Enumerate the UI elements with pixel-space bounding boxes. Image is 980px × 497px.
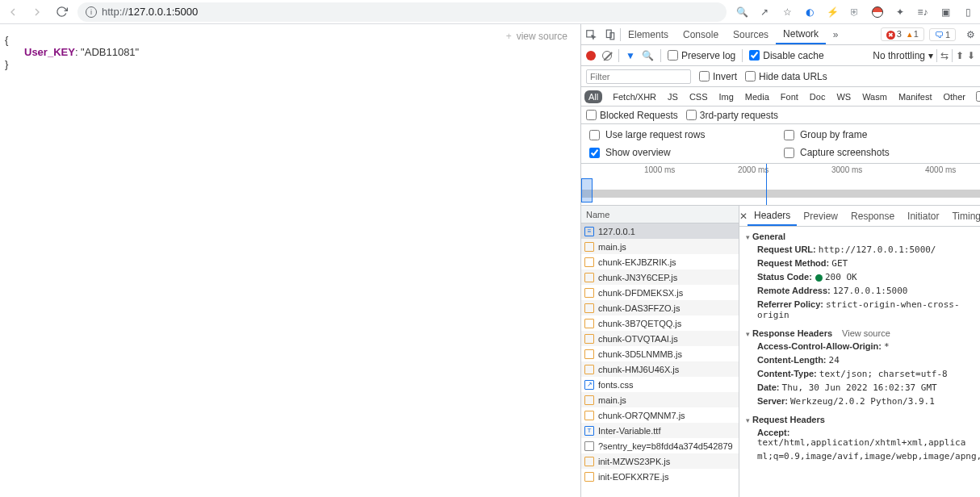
more-tabs-icon[interactable]: » bbox=[826, 29, 845, 40]
tab-preview[interactable]: Preview bbox=[797, 206, 844, 226]
request-row[interactable]: ?sentry_key=b8fdd4a374d542879 bbox=[581, 438, 739, 453]
json-key: User_KEY bbox=[24, 46, 75, 58]
settings-icon[interactable]: ⚙ bbox=[961, 29, 980, 40]
tab-timing[interactable]: Timing bbox=[945, 206, 980, 226]
filter-type-fetch[interactable]: Fetch/XHR bbox=[609, 90, 660, 103]
throttling-select[interactable]: No throttling bbox=[873, 50, 925, 61]
filter-type-media[interactable]: Media bbox=[741, 90, 773, 103]
tab-network[interactable]: Network bbox=[776, 24, 826, 44]
devtools-panel: Elements Console Sources Network » 3 1 1… bbox=[581, 24, 980, 497]
device-icon[interactable]: ▣ bbox=[938, 5, 953, 19]
filter-type-wasm[interactable]: Wasm bbox=[858, 90, 891, 103]
request-row[interactable]: main.js bbox=[581, 392, 739, 407]
request-row[interactable]: init-EOFKXR7E.js bbox=[581, 469, 739, 484]
show-overview-checkbox[interactable]: Show overview bbox=[586, 145, 781, 161]
request-row[interactable]: chunk-JN3Y6CEP.js bbox=[581, 269, 739, 285]
filter-type-manifest[interactable]: Manifest bbox=[894, 90, 936, 103]
disable-cache-checkbox[interactable]: Disable cache bbox=[749, 50, 823, 61]
download-icon[interactable]: ⬇ bbox=[967, 50, 975, 61]
filter-row: Invert Hide data URLs bbox=[581, 66, 980, 87]
filter-type-img[interactable]: Img bbox=[715, 90, 738, 103]
reload-button[interactable] bbox=[53, 4, 69, 20]
message-badge[interactable]: 1 bbox=[929, 28, 956, 41]
ext-pokeball-icon[interactable] bbox=[870, 5, 885, 19]
file-name: main.js bbox=[598, 395, 626, 405]
throttling-dropdown-icon[interactable]: ▾ bbox=[928, 50, 933, 61]
back-button[interactable] bbox=[5, 4, 21, 20]
filter-type-ws[interactable]: WS bbox=[832, 90, 855, 103]
device-toggle-icon[interactable] bbox=[601, 29, 620, 40]
filter-input[interactable] bbox=[586, 69, 691, 84]
request-row[interactable]: init-MZWS23PK.js bbox=[581, 453, 739, 469]
requests-header[interactable]: Name bbox=[581, 206, 739, 223]
zoom-icon[interactable]: 🔍 bbox=[735, 5, 749, 19]
forward-button[interactable] bbox=[29, 4, 45, 20]
request-row[interactable]: chunk-OR7QMNM7.js bbox=[581, 407, 739, 423]
ext-shield-icon[interactable]: ⛨ bbox=[848, 5, 862, 19]
group-by-frame-checkbox[interactable]: Group by frame bbox=[781, 127, 975, 143]
tab-console[interactable]: Console bbox=[676, 24, 726, 44]
request-row[interactable]: ↗fonts.css bbox=[581, 377, 739, 392]
capture-screenshots-checkbox[interactable]: Capture screenshots bbox=[781, 145, 975, 161]
request-row[interactable]: chunk-3D5LNMMB.js bbox=[581, 346, 739, 361]
preserve-log-checkbox[interactable]: Preserve log bbox=[668, 50, 735, 61]
close-details-icon[interactable]: ✕ bbox=[739, 211, 748, 222]
tab-headers[interactable]: Headers bbox=[748, 206, 797, 226]
filter-type-all[interactable]: All bbox=[584, 90, 602, 103]
record-button[interactable] bbox=[586, 51, 596, 61]
timeline-selection[interactable] bbox=[581, 178, 593, 203]
timeline-tick: 2000 ms bbox=[738, 165, 769, 174]
site-info-icon[interactable]: i bbox=[86, 6, 97, 18]
ext-blue-icon[interactable]: ◐ bbox=[802, 5, 817, 19]
profile-icon[interactable]: ▯ bbox=[961, 5, 975, 19]
tab-sources[interactable]: Sources bbox=[726, 24, 776, 44]
view-source-link[interactable]: View source bbox=[842, 328, 890, 338]
request-row[interactable]: chunk-DAS3FFZO.js bbox=[581, 300, 739, 315]
blocked-requests-checkbox[interactable]: Blocked Requests bbox=[586, 110, 678, 121]
filter-type-css[interactable]: CSS bbox=[685, 90, 712, 103]
network-timeline[interactable]: 1000 ms 2000 ms 3000 ms 4000 ms bbox=[581, 164, 980, 206]
general-kv: Referrer Policy: strict-origin-when-cros… bbox=[739, 298, 980, 322]
request-row[interactable]: main.js bbox=[581, 239, 739, 254]
resp-kv: Content-Length: 24 bbox=[739, 353, 980, 367]
filter-toggle-icon[interactable]: ▼ bbox=[626, 50, 635, 61]
extensions-icon[interactable]: ✦ bbox=[893, 5, 907, 19]
ext-lightning-icon[interactable]: ⚡ bbox=[825, 5, 840, 19]
request-row[interactable]: chunk-DFDMEKSX.js bbox=[581, 285, 739, 300]
request-row[interactable]: chunk-3B7QETQQ.js bbox=[581, 315, 739, 331]
use-large-rows-checkbox[interactable]: Use large request rows bbox=[586, 127, 781, 143]
search-icon[interactable]: 🔍 bbox=[642, 50, 654, 61]
tab-response[interactable]: Response bbox=[844, 206, 901, 226]
invert-checkbox[interactable]: Invert bbox=[699, 71, 737, 82]
hide-data-urls-checkbox[interactable]: Hide data URLs bbox=[745, 71, 827, 82]
file-name: ?sentry_key=b8fdd4a374d542879 bbox=[598, 441, 733, 451]
filter-type-font[interactable]: Font bbox=[777, 90, 802, 103]
clear-button[interactable] bbox=[602, 51, 612, 61]
has-blocked-checkbox[interactable]: Has blocked bbox=[976, 87, 980, 106]
filter-type-doc[interactable]: Doc bbox=[806, 90, 830, 103]
third-party-checkbox[interactable]: 3rd-party requests bbox=[686, 110, 778, 121]
tab-elements[interactable]: Elements bbox=[621, 24, 676, 44]
warning-count: 1 bbox=[907, 29, 919, 40]
address-bar[interactable]: i http://127.0.0.1:5000 bbox=[77, 2, 727, 22]
filter-type-other[interactable]: Other bbox=[939, 90, 970, 103]
resp-kv: Access-Control-Allow-Origin: * bbox=[739, 340, 980, 353]
bookmark-icon[interactable]: ☆ bbox=[780, 5, 794, 19]
request-row[interactable]: ≡127.0.0.1 bbox=[581, 223, 739, 239]
section-request-headers[interactable]: Request Headers bbox=[739, 413, 980, 426]
tab-initiator[interactable]: Initiator bbox=[901, 206, 945, 226]
playlist-icon[interactable]: ≡♪ bbox=[915, 5, 930, 19]
filter-type-js[interactable]: JS bbox=[664, 90, 682, 103]
issue-badges[interactable]: 3 1 bbox=[881, 27, 924, 41]
view-source-button[interactable]: view source bbox=[498, 29, 576, 44]
request-row[interactable]: TInter-Variable.ttf bbox=[581, 423, 739, 438]
share-icon[interactable]: ↗ bbox=[757, 5, 772, 19]
section-response-headers[interactable]: Response HeadersView source bbox=[739, 327, 980, 340]
upload-icon[interactable]: ⬆ bbox=[956, 50, 964, 61]
request-row[interactable]: chunk-OTVQTAAI.js bbox=[581, 331, 739, 346]
wifi-icon[interactable]: ⇆ bbox=[940, 50, 949, 61]
request-row[interactable]: chunk-HMJ6U46X.js bbox=[581, 361, 739, 377]
request-row[interactable]: chunk-EKJBZRIK.js bbox=[581, 254, 739, 269]
section-general[interactable]: General bbox=[739, 230, 980, 243]
inspect-element-icon[interactable] bbox=[581, 29, 601, 40]
